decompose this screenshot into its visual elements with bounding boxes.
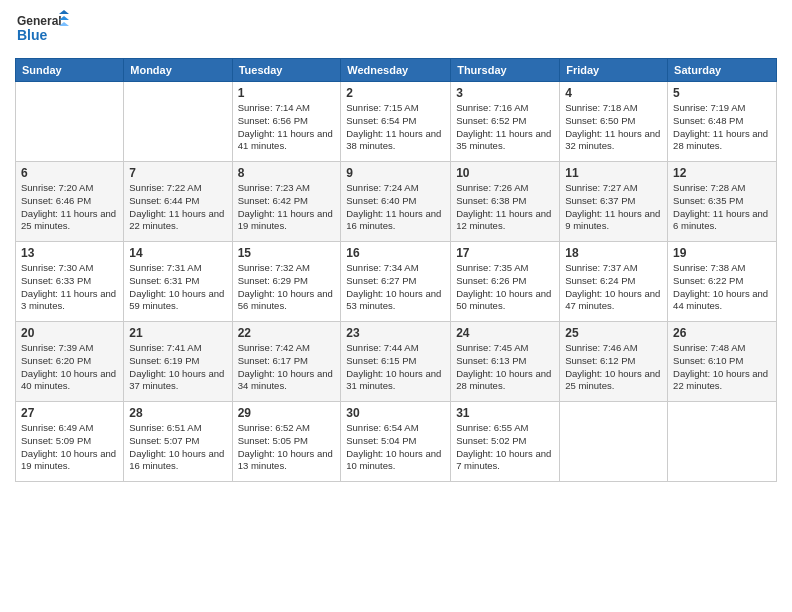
calendar-cell: 10Sunrise: 7:26 AM Sunset: 6:38 PM Dayli… (451, 162, 560, 242)
calendar-cell (124, 82, 232, 162)
day-number: 25 (565, 326, 662, 340)
calendar-table: SundayMondayTuesdayWednesdayThursdayFrid… (15, 58, 777, 482)
day-info: Sunrise: 7:23 AM Sunset: 6:42 PM Dayligh… (238, 182, 336, 233)
dow-tuesday: Tuesday (232, 59, 341, 82)
calendar-cell: 31Sunrise: 6:55 AM Sunset: 5:02 PM Dayli… (451, 402, 560, 482)
calendar-cell: 26Sunrise: 7:48 AM Sunset: 6:10 PM Dayli… (668, 322, 777, 402)
day-number: 3 (456, 86, 554, 100)
day-number: 20 (21, 326, 118, 340)
day-number: 31 (456, 406, 554, 420)
calendar-body: 1Sunrise: 7:14 AM Sunset: 6:56 PM Daylig… (16, 82, 777, 482)
calendar-cell: 20Sunrise: 7:39 AM Sunset: 6:20 PM Dayli… (16, 322, 124, 402)
calendar-cell: 5Sunrise: 7:19 AM Sunset: 6:48 PM Daylig… (668, 82, 777, 162)
day-info: Sunrise: 7:18 AM Sunset: 6:50 PM Dayligh… (565, 102, 662, 153)
calendar-cell (560, 402, 668, 482)
day-number: 23 (346, 326, 445, 340)
calendar-cell: 28Sunrise: 6:51 AM Sunset: 5:07 PM Dayli… (124, 402, 232, 482)
calendar-cell: 30Sunrise: 6:54 AM Sunset: 5:04 PM Dayli… (341, 402, 451, 482)
day-info: Sunrise: 7:35 AM Sunset: 6:26 PM Dayligh… (456, 262, 554, 313)
day-info: Sunrise: 7:27 AM Sunset: 6:37 PM Dayligh… (565, 182, 662, 233)
calendar-cell: 12Sunrise: 7:28 AM Sunset: 6:35 PM Dayli… (668, 162, 777, 242)
calendar-cell: 27Sunrise: 6:49 AM Sunset: 5:09 PM Dayli… (16, 402, 124, 482)
day-info: Sunrise: 7:46 AM Sunset: 6:12 PM Dayligh… (565, 342, 662, 393)
day-number: 7 (129, 166, 226, 180)
calendar-cell (668, 402, 777, 482)
week-row-2: 6Sunrise: 7:20 AM Sunset: 6:46 PM Daylig… (16, 162, 777, 242)
day-number: 26 (673, 326, 771, 340)
day-number: 5 (673, 86, 771, 100)
day-info: Sunrise: 7:42 AM Sunset: 6:17 PM Dayligh… (238, 342, 336, 393)
day-info: Sunrise: 7:45 AM Sunset: 6:13 PM Dayligh… (456, 342, 554, 393)
day-info: Sunrise: 6:51 AM Sunset: 5:07 PM Dayligh… (129, 422, 226, 473)
svg-text:Blue: Blue (17, 27, 48, 43)
day-number: 30 (346, 406, 445, 420)
day-number: 11 (565, 166, 662, 180)
day-info: Sunrise: 7:22 AM Sunset: 6:44 PM Dayligh… (129, 182, 226, 233)
week-row-4: 20Sunrise: 7:39 AM Sunset: 6:20 PM Dayli… (16, 322, 777, 402)
calendar-cell: 19Sunrise: 7:38 AM Sunset: 6:22 PM Dayli… (668, 242, 777, 322)
logo: General Blue (15, 10, 70, 50)
day-number: 10 (456, 166, 554, 180)
day-number: 27 (21, 406, 118, 420)
calendar-cell: 23Sunrise: 7:44 AM Sunset: 6:15 PM Dayli… (341, 322, 451, 402)
calendar-cell: 8Sunrise: 7:23 AM Sunset: 6:42 PM Daylig… (232, 162, 341, 242)
day-of-week-header-row: SundayMondayTuesdayWednesdayThursdayFrid… (16, 59, 777, 82)
day-number: 21 (129, 326, 226, 340)
day-info: Sunrise: 7:31 AM Sunset: 6:31 PM Dayligh… (129, 262, 226, 313)
day-number: 28 (129, 406, 226, 420)
calendar-cell: 22Sunrise: 7:42 AM Sunset: 6:17 PM Dayli… (232, 322, 341, 402)
week-row-3: 13Sunrise: 7:30 AM Sunset: 6:33 PM Dayli… (16, 242, 777, 322)
calendar-cell: 16Sunrise: 7:34 AM Sunset: 6:27 PM Dayli… (341, 242, 451, 322)
day-info: Sunrise: 7:28 AM Sunset: 6:35 PM Dayligh… (673, 182, 771, 233)
day-number: 4 (565, 86, 662, 100)
calendar-cell: 11Sunrise: 7:27 AM Sunset: 6:37 PM Dayli… (560, 162, 668, 242)
day-number: 8 (238, 166, 336, 180)
week-row-1: 1Sunrise: 7:14 AM Sunset: 6:56 PM Daylig… (16, 82, 777, 162)
day-info: Sunrise: 7:37 AM Sunset: 6:24 PM Dayligh… (565, 262, 662, 313)
day-info: Sunrise: 7:32 AM Sunset: 6:29 PM Dayligh… (238, 262, 336, 313)
calendar-cell: 9Sunrise: 7:24 AM Sunset: 6:40 PM Daylig… (341, 162, 451, 242)
day-info: Sunrise: 7:38 AM Sunset: 6:22 PM Dayligh… (673, 262, 771, 313)
day-number: 1 (238, 86, 336, 100)
day-info: Sunrise: 6:54 AM Sunset: 5:04 PM Dayligh… (346, 422, 445, 473)
day-info: Sunrise: 6:52 AM Sunset: 5:05 PM Dayligh… (238, 422, 336, 473)
day-number: 29 (238, 406, 336, 420)
calendar-cell: 7Sunrise: 7:22 AM Sunset: 6:44 PM Daylig… (124, 162, 232, 242)
calendar-cell: 2Sunrise: 7:15 AM Sunset: 6:54 PM Daylig… (341, 82, 451, 162)
day-info: Sunrise: 7:48 AM Sunset: 6:10 PM Dayligh… (673, 342, 771, 393)
dow-sunday: Sunday (16, 59, 124, 82)
dow-monday: Monday (124, 59, 232, 82)
logo-svg: General Blue (15, 10, 70, 50)
dow-saturday: Saturday (668, 59, 777, 82)
day-number: 2 (346, 86, 445, 100)
day-number: 14 (129, 246, 226, 260)
calendar-cell: 21Sunrise: 7:41 AM Sunset: 6:19 PM Dayli… (124, 322, 232, 402)
day-info: Sunrise: 7:24 AM Sunset: 6:40 PM Dayligh… (346, 182, 445, 233)
day-info: Sunrise: 7:15 AM Sunset: 6:54 PM Dayligh… (346, 102, 445, 153)
day-info: Sunrise: 7:19 AM Sunset: 6:48 PM Dayligh… (673, 102, 771, 153)
day-info: Sunrise: 7:30 AM Sunset: 6:33 PM Dayligh… (21, 262, 118, 313)
calendar-cell: 4Sunrise: 7:18 AM Sunset: 6:50 PM Daylig… (560, 82, 668, 162)
day-info: Sunrise: 7:44 AM Sunset: 6:15 PM Dayligh… (346, 342, 445, 393)
calendar-cell: 17Sunrise: 7:35 AM Sunset: 6:26 PM Dayli… (451, 242, 560, 322)
calendar-cell: 1Sunrise: 7:14 AM Sunset: 6:56 PM Daylig… (232, 82, 341, 162)
calendar-cell: 13Sunrise: 7:30 AM Sunset: 6:33 PM Dayli… (16, 242, 124, 322)
day-number: 17 (456, 246, 554, 260)
day-number: 18 (565, 246, 662, 260)
calendar-cell: 3Sunrise: 7:16 AM Sunset: 6:52 PM Daylig… (451, 82, 560, 162)
day-number: 13 (21, 246, 118, 260)
header: General Blue (15, 10, 777, 50)
day-info: Sunrise: 7:14 AM Sunset: 6:56 PM Dayligh… (238, 102, 336, 153)
calendar-cell: 29Sunrise: 6:52 AM Sunset: 5:05 PM Dayli… (232, 402, 341, 482)
day-info: Sunrise: 7:26 AM Sunset: 6:38 PM Dayligh… (456, 182, 554, 233)
day-info: Sunrise: 6:49 AM Sunset: 5:09 PM Dayligh… (21, 422, 118, 473)
dow-friday: Friday (560, 59, 668, 82)
dow-thursday: Thursday (451, 59, 560, 82)
day-number: 6 (21, 166, 118, 180)
page: General Blue SundayMondayTuesdayWednesda… (0, 0, 792, 612)
svg-text:General: General (17, 14, 62, 28)
calendar-cell: 18Sunrise: 7:37 AM Sunset: 6:24 PM Dayli… (560, 242, 668, 322)
week-row-5: 27Sunrise: 6:49 AM Sunset: 5:09 PM Dayli… (16, 402, 777, 482)
calendar-cell: 14Sunrise: 7:31 AM Sunset: 6:31 PM Dayli… (124, 242, 232, 322)
calendar-cell: 25Sunrise: 7:46 AM Sunset: 6:12 PM Dayli… (560, 322, 668, 402)
